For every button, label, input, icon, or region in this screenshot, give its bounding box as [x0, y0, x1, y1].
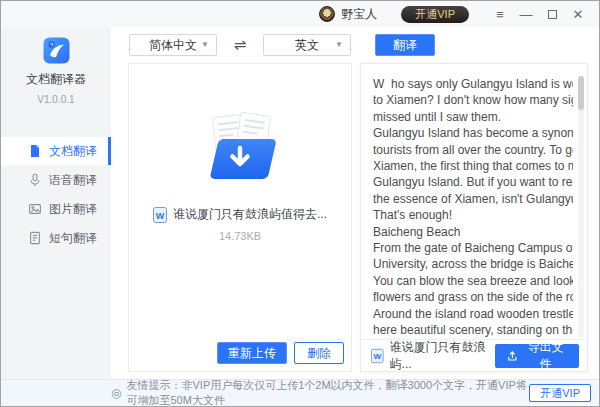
text-line: You can blow the sea breeze and look at … — [373, 273, 573, 289]
word-file-icon: W — [371, 348, 384, 364]
text-line: here beautiful scenery, standing on the … — [373, 322, 573, 338]
export-file-label: 导出文件 — [524, 339, 567, 373]
source-language-value: 简体中文 — [149, 37, 197, 54]
username: 野宝人 — [341, 6, 377, 23]
sidebar-item-label: 语音翻译 — [49, 172, 97, 189]
upload-panel: W 谁说厦门只有鼓浪屿值得去... 14.73KB 重新上传 删除 — [128, 63, 352, 372]
target-language-select[interactable]: 英文 ▼ — [263, 34, 351, 56]
main-area: 简体中文 ▼ ⇌ 英文 ▼ 翻译 — [111, 27, 599, 379]
text-line: flowers and grass on the side of the roa… — [373, 289, 573, 305]
uploaded-file-size: 14.73KB — [129, 230, 351, 242]
scrollbar-thumb[interactable] — [578, 76, 584, 110]
translated-text: W ho says only Gulangyu Island is worth … — [373, 76, 573, 338]
footer-vip-button[interactable]: 开通VIP — [529, 384, 591, 402]
text-line: the essence of Xiamen, isn't Gulangyu — [373, 191, 573, 207]
sidebar-item-image-translate[interactable]: 图片翻译 — [1, 195, 111, 223]
app-logo-icon — [43, 37, 70, 64]
sidebar-item-label: 文档翻译 — [49, 143, 97, 160]
result-footer: W 谁说厦门只有鼓浪屿... 导出文件 — [361, 339, 587, 371]
minimize-icon[interactable]: — — [513, 3, 539, 25]
svg-text:W: W — [156, 210, 165, 220]
window-controls: ≡ — ✕ — [487, 3, 591, 25]
phrase-icon — [28, 231, 42, 245]
maximize-icon[interactable] — [539, 3, 565, 25]
user-avatar[interactable] — [319, 6, 335, 22]
reupload-button[interactable]: 重新上传 — [217, 342, 287, 364]
text-line: That's enough! — [373, 207, 573, 223]
export-icon — [507, 350, 518, 362]
footer-tip: 友情提示：非VIP用户每次仅可上传1个2M以内文件，翻译3000个文字，开通VI… — [126, 378, 529, 407]
text-line: missed until I saw them. — [373, 109, 573, 125]
text-line: W ho says only Gulangyu Island is worth … — [373, 76, 573, 92]
chevron-down-icon: ▼ — [335, 40, 343, 49]
text-line: Around the island road wooden trestle ro… — [373, 306, 573, 322]
chevron-down-icon: ▼ — [201, 40, 209, 49]
result-file-row: W 谁说厦门只有鼓浪屿... — [371, 339, 495, 373]
language-toolbar: 简体中文 ▼ ⇌ 英文 ▼ 翻译 — [111, 32, 599, 58]
delete-button[interactable]: 删除 — [294, 342, 344, 364]
result-file-name: 谁说厦门只有鼓浪屿... — [390, 339, 496, 373]
sidebar-item-label: 图片翻译 — [49, 201, 97, 218]
upload-folder-icon — [192, 112, 288, 184]
scrollbar-track[interactable] — [578, 76, 584, 338]
app-name: 文档翻译器 — [1, 71, 111, 88]
text-line: Gulangyu Island. But if you want to real… — [373, 174, 573, 190]
sidebar-nav: 文档翻译 语音翻译 图片翻译 — [1, 137, 111, 252]
target-language-value: 英文 — [295, 37, 319, 54]
uploaded-file-name: 谁说厦门只有鼓浪屿值得去... — [173, 206, 327, 223]
text-line: From the gate of Baicheng Campus of Xiam… — [373, 240, 573, 256]
titlebar: 野宝人 开通VIP ≡ — ✕ — [1, 1, 599, 27]
menu-icon[interactable]: ≡ — [487, 3, 513, 25]
microphone-icon — [28, 173, 42, 187]
sidebar-item-voice-translate[interactable]: 语音翻译 — [1, 166, 111, 194]
swap-languages-icon[interactable]: ⇌ — [217, 36, 263, 54]
text-line: Xiamen, the first thing that comes to mi… — [373, 158, 573, 174]
footer-bar: ◎ 友情提示：非VIP用户每次仅可上传1个2M以内文件，翻译3000个文字，开通… — [1, 379, 599, 406]
sidebar-item-label: 短句翻译 — [49, 230, 97, 247]
app-window: 野宝人 开通VIP ≡ — ✕ 文档翻译器 V1.0.0.1 — [0, 0, 600, 407]
close-icon[interactable]: ✕ — [565, 3, 591, 25]
text-line: Gulangyu Island has become a synonym for — [373, 125, 573, 141]
upload-actions: 重新上传 删除 — [217, 342, 344, 364]
result-panel: W ho says only Gulangyu Island is worth … — [360, 63, 588, 372]
svg-text:W: W — [373, 352, 381, 361]
info-icon: ◎ — [111, 386, 121, 400]
document-icon — [28, 144, 42, 158]
sidebar: 文档翻译器 V1.0.0.1 文档翻译 语音翻译 — [1, 27, 111, 379]
text-line: University, across the bridge is Baichen… — [373, 256, 573, 272]
app-version: V1.0.0.1 — [1, 94, 111, 105]
text-line: to Xiamen? I don't know how many sights … — [373, 92, 573, 108]
word-file-icon: W — [153, 207, 167, 223]
sidebar-item-phrase-translate[interactable]: 短句翻译 — [1, 224, 111, 252]
vip-upgrade-pill[interactable]: 开通VIP — [401, 6, 469, 23]
text-line: tourists from all over the country. To g… — [373, 142, 573, 158]
uploaded-file-row: W 谁说厦门只有鼓浪屿值得去... — [129, 206, 351, 223]
source-language-select[interactable]: 简体中文 ▼ — [129, 34, 217, 56]
export-file-button[interactable]: 导出文件 — [495, 344, 579, 368]
image-icon — [28, 202, 42, 216]
text-line: Baicheng Beach — [373, 224, 573, 240]
translate-button[interactable]: 翻译 — [375, 34, 435, 56]
sidebar-item-document-translate[interactable]: 文档翻译 — [1, 137, 111, 165]
